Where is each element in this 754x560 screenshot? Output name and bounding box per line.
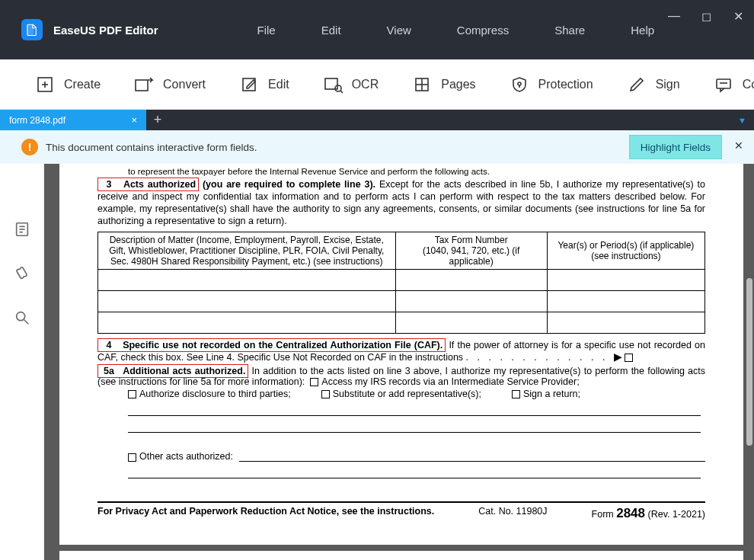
protection-label: Protection: [538, 78, 593, 91]
checkbox-other[interactable]: [128, 453, 136, 462]
pages-label: Pages: [441, 78, 475, 91]
footer-left: For Privacy Act and Paperwork Reduction …: [97, 506, 434, 521]
workspace: to represent the taxpayer before the Int…: [0, 164, 754, 560]
alert-icon: !: [21, 139, 38, 155]
pages-icon: [412, 75, 432, 94]
svg-rect-4: [136, 80, 148, 91]
heavy-rule: [97, 501, 705, 503]
blank-line[interactable]: [128, 399, 701, 416]
checkbox-access-irs[interactable]: [310, 378, 318, 386]
cut-text: to represent the taxpayer before the Int…: [128, 167, 705, 176]
pdf-next-page: [59, 551, 743, 560]
vertical-scrollbar[interactable]: [746, 164, 752, 560]
minimize-button[interactable]: —: [667, 9, 681, 23]
new-tab-button[interactable]: +: [146, 110, 169, 130]
document-tab[interactable]: form 2848.pdf ×: [0, 110, 146, 130]
section-5a-options: Authorize disclosure to third parties; S…: [128, 389, 705, 399]
convert-icon: [134, 75, 154, 94]
page-footer: For Privacy Act and Paperwork Reduction …: [97, 506, 705, 521]
maximize-button[interactable]: ◻: [699, 9, 713, 23]
section-3: 3 Acts authorized (you are required to c…: [97, 178, 705, 227]
ocr-button[interactable]: OCR: [323, 75, 379, 94]
convert-button[interactable]: Convert: [134, 75, 206, 94]
blank-line[interactable]: [128, 462, 701, 478]
svg-line-8: [340, 91, 343, 93]
comment-button[interactable]: Comment: [714, 75, 754, 94]
menu-share[interactable]: Share: [554, 24, 585, 37]
col2-header: Tax Form Number(1040, 941, 720, etc.) (i…: [395, 232, 547, 270]
arrow-icon: ▶: [614, 350, 622, 363]
matters-table: Description of Matter (Income, Employmen…: [97, 232, 705, 334]
col3-header: Year(s) or Period(s) (if applicable)(see…: [547, 232, 704, 270]
svg-point-7: [335, 85, 341, 91]
svg-rect-14: [717, 79, 730, 88]
pen-icon: [627, 75, 647, 94]
edit-label: Edit: [268, 78, 289, 91]
svg-point-12: [518, 82, 521, 85]
app-title: EaseUS PDF Editor: [53, 24, 158, 37]
table-row[interactable]: [98, 270, 705, 291]
svg-point-20: [16, 312, 24, 321]
close-window-button[interactable]: ✕: [731, 9, 745, 23]
pages-button[interactable]: Pages: [412, 75, 475, 94]
main-toolbar: Create Convert Edit OCR Pages Protection…: [0, 59, 754, 110]
checkbox-disclosure[interactable]: [128, 390, 136, 398]
blank-line[interactable]: [128, 416, 701, 433]
tab-label: form 2848.pdf: [9, 115, 65, 126]
menu-help[interactable]: Help: [631, 24, 654, 37]
highlight-box-3: 3 Acts authorized: [97, 178, 199, 191]
create-button[interactable]: Create: [35, 75, 101, 94]
document-viewer[interactable]: to represent the taxpayer before the Int…: [44, 164, 754, 560]
bookmarks-icon[interactable]: [13, 264, 31, 283]
comment-icon: [714, 75, 733, 94]
create-icon: [35, 75, 55, 94]
menu-bar: File Edit View Compress Share Help: [257, 24, 655, 37]
tab-menu-caret-icon[interactable]: ▼: [738, 116, 746, 125]
sign-label: Sign: [656, 78, 680, 91]
app-logo-icon: [21, 19, 43, 40]
search-icon[interactable]: [13, 309, 31, 327]
col1-header: Description of Matter (Income, Employmen…: [98, 232, 396, 270]
other-acts-row: Other acts authorized:: [128, 451, 705, 462]
ocr-label: OCR: [352, 78, 379, 91]
infobar-close-button[interactable]: ✕: [734, 139, 743, 152]
other-acts-line[interactable]: [239, 451, 705, 462]
sign-button[interactable]: Sign: [627, 75, 680, 94]
menu-compress[interactable]: Compress: [457, 24, 509, 37]
pdf-page: to represent the taxpayer before the Int…: [59, 164, 743, 545]
scroll-thumb[interactable]: [746, 278, 752, 446]
footer-cat: Cat. No. 11980J: [478, 506, 547, 521]
table-row[interactable]: [98, 291, 705, 312]
window-controls: — ◻ ✕: [667, 9, 745, 23]
form-fields-infobar: ! This document contains interactive for…: [0, 130, 754, 164]
edit-button[interactable]: Edit: [239, 75, 289, 94]
tab-close-button[interactable]: ×: [131, 114, 137, 126]
checkbox-sign-return[interactable]: [512, 390, 520, 398]
section-4: 4 Specific use not recorded on the Centr…: [97, 340, 705, 363]
thumbnails-icon[interactable]: [13, 220, 31, 238]
menu-file[interactable]: File: [257, 24, 276, 37]
side-panel: [0, 164, 44, 560]
infobar-text: This document contains interactive form …: [46, 142, 257, 153]
comment-label: Comment: [743, 78, 754, 91]
menu-view[interactable]: View: [387, 24, 411, 37]
highlight-box-4: 4 Specific use not recorded on the Centr…: [97, 338, 446, 352]
table-row[interactable]: [98, 312, 705, 334]
shield-icon: [510, 75, 529, 94]
section-5a: 5a Additional acts authorized. In additi…: [97, 366, 705, 387]
highlight-fields-button[interactable]: Highlight Fields: [629, 135, 722, 159]
create-label: Create: [64, 78, 101, 91]
checkbox-caf[interactable]: [625, 354, 633, 362]
checkbox-substitute[interactable]: [321, 390, 330, 398]
svg-rect-0: [27, 24, 34, 35]
menu-edit[interactable]: Edit: [321, 24, 341, 37]
edit-icon: [239, 75, 259, 94]
footer-right: Form 2848 (Rev. 1-2021): [592, 506, 705, 521]
ocr-icon: [323, 75, 343, 94]
tab-strip: form 2848.pdf × + ▼: [0, 110, 754, 130]
protection-button[interactable]: Protection: [510, 75, 593, 94]
convert-label: Convert: [163, 78, 206, 91]
svg-line-21: [24, 320, 28, 325]
title-bar: EaseUS PDF Editor File Edit View Compres…: [0, 0, 754, 59]
